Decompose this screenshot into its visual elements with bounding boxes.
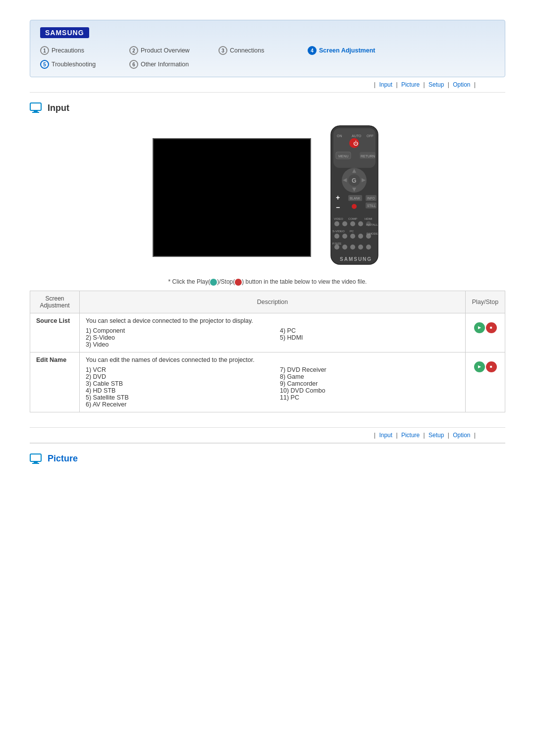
nav-item-product-overview[interactable]: 2 Product Overview [129,45,218,56]
nav-item-screen-adjustment[interactable]: 4 Screen Adjustment [308,45,397,56]
row-label-source: Source List [30,313,80,352]
monitor-icon [30,102,44,113]
play-icon [210,279,217,286]
svg-text:MENU: MENU [338,154,349,158]
row-label-editname: Edit Name [30,352,80,412]
nav-link-input[interactable]: Input [379,81,392,88]
svg-text:RETURN: RETURN [361,154,375,158]
bottom-nav-bar: | Input | Picture | Setup | Option | [30,427,505,443]
nav-num-2: 2 [129,46,138,55]
adjustment-table: ScreenAdjustment Description Play/Stop S… [30,291,505,412]
samsung-logo: SAMSUNG [40,27,89,38]
stop-button-editname[interactable]: ■ [486,361,497,372]
svg-point-49 [334,245,339,250]
nav-link-setup[interactable]: Setup [428,81,444,88]
svg-text:STILL: STILL [367,204,376,207]
svg-text:⏻: ⏻ [353,141,358,146]
nav-item-precautions[interactable]: 1 Precautions [40,45,129,56]
row-desc-source: You can select a device connected to the… [80,313,466,352]
table-row: Source List You can select a device conn… [30,313,505,352]
stop-icon [235,279,242,286]
stop-button-source[interactable]: ■ [486,322,497,333]
svg-point-35 [342,221,347,226]
svg-rect-56 [34,461,38,463]
remote-control: ON AUTO OFF ⏻ MENU RETURN [326,123,383,268]
header-nav: SAMSUNG 1 Precautions 2 Product Overview… [30,20,505,77]
play-button-editname[interactable]: ▶ [474,361,485,372]
nav-grid: 1 Precautions 2 Product Overview 3 Conne… [40,45,495,70]
svg-point-34 [334,221,339,226]
nav-num-3: 3 [218,46,227,55]
svg-text:COMP: COMP [348,217,357,220]
svg-text:INFO: INFO [367,197,375,200]
svg-point-52 [358,245,363,250]
editname-list-items: 1) VCR 2) DVD 3) Cable STB 4) HD STB 5) … [86,366,459,408]
nav-num-5: 5 [40,60,49,69]
svg-text:P.MODE: P.MODE [367,232,378,235]
svg-point-43 [342,234,347,239]
svg-text:SAMSUNG: SAMSUNG [340,256,372,262]
nav-item-other-information[interactable]: 6 Other Information [129,59,218,70]
svg-point-45 [358,234,363,239]
nav-item-troubleshooting[interactable]: 5 Troubleshooting [40,59,129,70]
svg-text:−: − [336,203,340,211]
nav-num-4: 4 [308,46,317,55]
screen-display [153,138,311,257]
play-button-source[interactable]: ▶ [474,322,485,333]
play-stop-buttons-editname[interactable]: ▶ ■ [474,361,497,372]
svg-text:HDMI: HDMI [365,217,373,220]
input-title: Input [30,102,505,113]
svg-point-42 [334,234,339,239]
svg-text:PC: PC [350,230,354,233]
svg-point-51 [350,245,355,250]
svg-rect-1 [34,110,38,112]
svg-text:VIDEO: VIDEO [334,217,343,220]
picture-title: Picture [30,454,505,464]
svg-point-30 [352,204,357,209]
section-divider [30,443,505,444]
svg-text:ON: ON [337,134,342,138]
svg-point-44 [350,234,355,239]
table-header-desc: Description [80,291,466,313]
svg-rect-57 [32,463,39,464]
row-play-source: ▶ ■ [466,313,505,352]
nav-item-connections[interactable]: 3 Connections [218,45,308,56]
svg-text:S-VIDEO: S-VIDEO [332,230,345,233]
play-note: * Click the Play()/Stop() button in the … [30,278,505,286]
svg-point-50 [342,245,347,250]
table-row: Edit Name You can edit the names of devi… [30,352,505,412]
bottom-nav-link-picture[interactable]: Picture [401,432,420,439]
table-header-play: Play/Stop [466,291,505,313]
svg-rect-55 [30,454,41,461]
svg-text:G: G [352,177,356,184]
bottom-nav-link-setup[interactable]: Setup [428,432,444,439]
svg-rect-2 [32,112,39,113]
nav-link-picture[interactable]: Picture [401,81,420,88]
svg-rect-0 [30,103,41,110]
content-area: ON AUTO OFF ⏻ MENU RETURN [30,123,505,268]
bottom-nav-link-input[interactable]: Input [379,432,392,439]
source-list-items: 1) Component 2) S-Video 3) Video 4) PC 5… [86,327,459,348]
top-nav-bar: | Input | Picture | Setup | Option | [30,77,505,93]
svg-point-37 [358,221,363,226]
svg-text:INSTALL: INSTALL [366,223,378,226]
svg-point-53 [366,245,371,250]
nav-num-1: 1 [40,46,49,55]
svg-point-36 [350,221,355,226]
bottom-nav-link-option[interactable]: Option [453,432,470,439]
nav-num-6: 6 [129,60,138,69]
input-section: Input ON AUTO OFF ⏻ [30,93,505,422]
svg-text:BLANK: BLANK [350,197,361,200]
table-header-screen: ScreenAdjustment [30,291,80,313]
svg-text:AUTO: AUTO [352,134,362,138]
row-play-editname: ▶ ■ [466,352,505,412]
nav-link-option[interactable]: Option [453,81,470,88]
picture-monitor-icon [30,454,44,464]
svg-text:+: + [336,194,340,202]
remote-svg: ON AUTO OFF ⏻ MENU RETURN [326,123,383,267]
picture-section: Picture [30,449,505,469]
svg-text:OFF: OFF [367,134,374,138]
play-stop-buttons-source[interactable]: ▶ ■ [474,322,497,333]
row-desc-editname: You can edit the names of devices connec… [80,352,466,412]
